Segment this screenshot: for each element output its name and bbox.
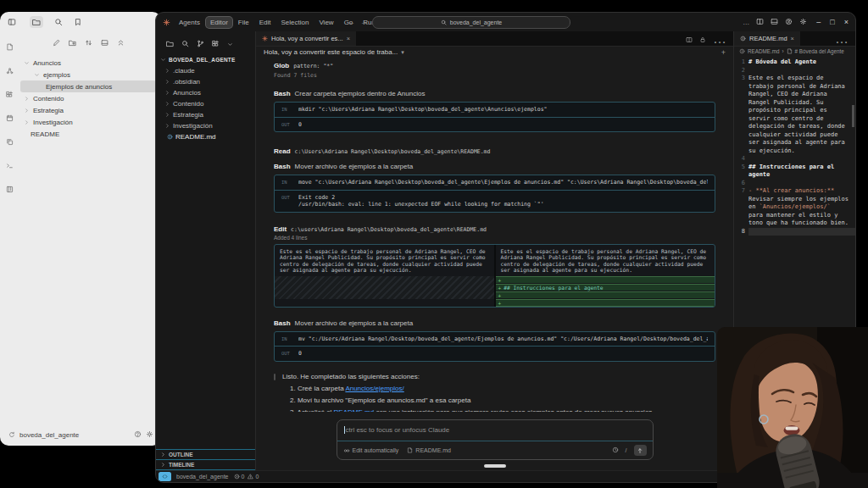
window-close-button[interactable]: × [844,18,849,26]
new-note-icon[interactable] [53,35,60,50]
edit-mode-selector[interactable]: Edit automatically [343,447,399,454]
problems-indicator[interactable]: 0 0 [234,474,259,480]
sync-icon [8,431,15,440]
session-title: Hola, voy a convertir este espacio de tr… [264,48,398,56]
tree-item-readme[interactable]: README [20,128,156,140]
send-button[interactable] [634,445,647,456]
context-file-chip[interactable]: README.md [407,447,451,453]
tree-item-contenido[interactable]: Contenido [20,92,156,104]
editor-tabstrip: Hola, voy a convertir es... × … [256,31,733,47]
in-label: IN [281,179,292,185]
tree-item-ejemplos[interactable]: ejemplos [20,69,156,80]
more-actions-icon[interactable]: … [835,31,849,47]
chat-input-box[interactable]: ctrl esc to focus or unfocus Claude Edit… [337,419,654,460]
explorer-icon[interactable] [166,36,174,51]
obsidian-file-tree: Anuncios ejemplos Ejemplos de anuncios C… [19,32,161,420]
split-editor-icon[interactable] [686,31,693,47]
nav-back-icon[interactable]: ← [348,18,355,26]
history-clock-icon[interactable] [612,446,619,454]
explorer-item-contenido[interactable]: Contenido [156,98,255,109]
templates-icon[interactable] [6,134,14,149]
session-title-bar[interactable]: Hola, voy a convertir este espacio de tr… [256,47,733,58]
remote-icon [162,474,168,480]
quick-switcher-icon[interactable] [6,39,14,54]
menu-editor[interactable]: Editor [206,17,232,28]
menu-edit[interactable]: Edit [255,17,275,28]
error-icon [234,474,240,480]
tool-description: Crear carpeta ejemplos dentro de Anuncio… [295,90,426,97]
close-icon[interactable]: × [347,35,350,42]
tree-item-label: ejemplos [43,71,70,79]
tab-chat-session[interactable]: Hola, voy a convertir es... × [256,31,356,46]
slash-command-button[interactable]: / [626,447,627,453]
vault-switcher[interactable]: boveda_del_agente [8,430,153,440]
source-control-icon[interactable] [197,36,204,51]
command-center-search[interactable]: boveda_del_agente [372,16,570,29]
menu-agents[interactable]: Agents [175,17,204,28]
chat-transcript[interactable]: Glob pattern: "*" Found 7 files Bash Cre… [256,58,733,412]
explorer-item-estrategia[interactable]: Estrategia [156,109,255,120]
edit-meta: Added 4 lines [274,235,715,241]
explorer-item-obsidian[interactable]: .obsidian [156,76,255,87]
account-icon[interactable] [785,18,793,27]
drag-handle-pill[interactable] [484,464,506,468]
timeline-section[interactable]: TIMELINE [156,459,255,470]
more-actions-icon[interactable]: … [713,31,726,47]
search-icon[interactable] [181,36,189,51]
extensions-icon[interactable] [212,36,220,51]
line-number: 5 [734,164,748,180]
chevron-down-icon[interactable] [227,36,233,51]
scrollbar-thumb[interactable] [852,105,854,127]
window-maximize-button[interactable]: □ [830,18,834,26]
more-actions-icon[interactable]: … [743,19,749,26]
folder-link[interactable]: Anuncios/ejemplos/ [345,385,403,392]
chat-input-field[interactable]: ctrl esc to focus or unfocus Claude [337,420,653,441]
daily-note-icon[interactable] [6,110,14,125]
outline-section[interactable]: OUTLINE [156,449,255,459]
settings-gear-icon[interactable] [799,18,807,27]
close-icon[interactable]: × [791,35,794,42]
sidebar-toggle-icon[interactable] [8,14,16,30]
explorer-item-investigacion[interactable]: Investigación [156,120,255,131]
line-number: 4 [734,155,748,164]
explorer-item-claude[interactable]: .claude [156,65,255,76]
canvas-icon[interactable] [6,86,14,102]
markdown-file-icon [167,134,173,140]
markdown-file-icon [740,36,746,42]
bookmark-icon[interactable] [74,14,82,30]
tree-item-ejemplos-de-anuncios[interactable]: Ejemplos de anuncios [20,80,156,92]
help-icon[interactable] [134,430,142,440]
tree-item-estrategia[interactable]: Estrategia [20,104,156,116]
search-icon[interactable] [54,14,63,30]
nav-forward-icon[interactable]: → [360,18,368,26]
window-minimize-button[interactable]: – [816,18,821,26]
explorer-item-readme[interactable]: README.md [156,131,255,142]
files-tab-icon[interactable] [30,16,43,28]
graph-view-icon[interactable] [6,63,14,78]
lock-icon[interactable] [699,31,706,47]
collapse-all-icon[interactable] [117,35,125,50]
expand-icon[interactable] [101,35,108,50]
tool-label: Read [274,147,291,155]
menu-selection[interactable]: Selection [277,17,314,28]
menu-file[interactable]: File [234,17,253,28]
remote-indicator[interactable] [159,472,171,481]
explorer-item-anuncios[interactable]: Anuncios [156,87,255,98]
new-folder-icon[interactable] [69,35,76,50]
kanban-icon[interactable] [6,181,14,197]
tree-item-anuncios[interactable]: Anuncios [20,57,156,69]
layout-panel-icon[interactable] [771,18,778,27]
breadcrumb[interactable]: README.md › # Bóveda del Agente [734,47,855,56]
workspace-name[interactable]: boveda_del_agente [176,474,229,480]
terminal-icon[interactable] [6,158,14,173]
new-session-button[interactable]: + [721,48,726,57]
tab-readme[interactable]: README.md × [734,31,800,46]
sort-icon[interactable] [85,35,92,50]
readme-link[interactable]: README.md [334,408,375,412]
settings-gear-icon[interactable] [146,430,153,440]
chevron-right-icon [160,462,166,469]
layout-sidebar-icon[interactable] [756,18,764,27]
explorer-root[interactable]: BOVEDA_DEL_AGENTE [156,54,255,65]
menu-view[interactable]: View [314,17,337,28]
tree-item-investigacion[interactable]: Investigación [20,116,156,128]
